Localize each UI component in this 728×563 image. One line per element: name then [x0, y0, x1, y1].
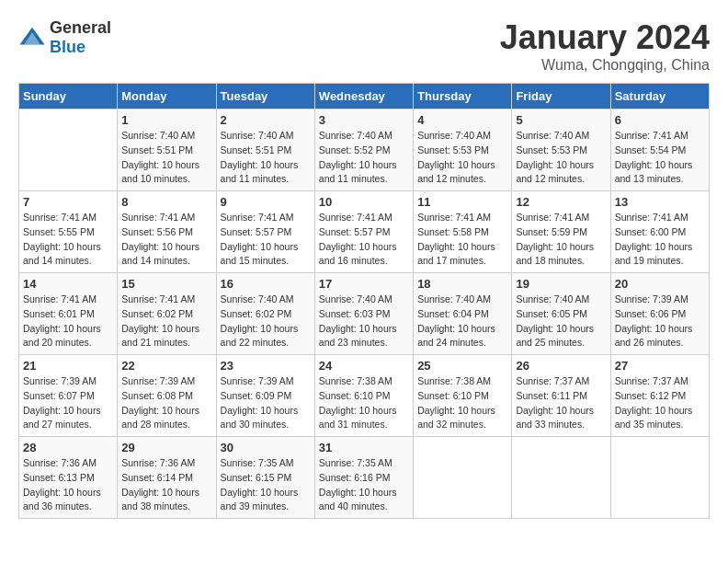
- page-header: General Blue January 2024 Wuma, Chongqin…: [18, 18, 710, 74]
- calendar-cell: 26Sunrise: 7:37 AM Sunset: 6:11 PM Dayli…: [512, 355, 610, 437]
- day-info: Sunrise: 7:40 AM Sunset: 6:05 PM Dayligh…: [516, 293, 606, 350]
- day-number: 5: [516, 113, 606, 127]
- day-number: 25: [417, 359, 507, 373]
- calendar-cell: [414, 437, 512, 519]
- day-info: Sunrise: 7:35 AM Sunset: 6:15 PM Dayligh…: [221, 456, 311, 514]
- calendar-cell: 5Sunrise: 7:40 AM Sunset: 5:53 PM Daylig…: [512, 109, 610, 191]
- day-number: 13: [615, 195, 705, 209]
- calendar-cell: 8Sunrise: 7:41 AM Sunset: 5:56 PM Daylig…: [118, 191, 216, 273]
- calendar-cell: 7Sunrise: 7:41 AM Sunset: 5:55 PM Daylig…: [19, 191, 118, 273]
- header-wednesday: Wednesday: [314, 84, 413, 109]
- calendar-cell: 29Sunrise: 7:36 AM Sunset: 6:14 PM Dayli…: [118, 437, 216, 519]
- day-info: Sunrise: 7:36 AM Sunset: 6:13 PM Dayligh…: [23, 456, 113, 514]
- day-info: Sunrise: 7:41 AM Sunset: 5:55 PM Dayligh…: [23, 211, 113, 269]
- logo-blue: Blue: [50, 38, 85, 56]
- calendar-cell: 30Sunrise: 7:35 AM Sunset: 6:15 PM Dayli…: [216, 437, 314, 519]
- calendar-cell: 16Sunrise: 7:40 AM Sunset: 6:02 PM Dayli…: [216, 273, 314, 355]
- day-info: Sunrise: 7:41 AM Sunset: 5:58 PM Dayligh…: [417, 211, 507, 269]
- calendar-cell: [610, 437, 709, 519]
- day-number: 11: [417, 195, 507, 209]
- day-info: Sunrise: 7:41 AM Sunset: 5:56 PM Dayligh…: [121, 211, 211, 269]
- day-info: Sunrise: 7:41 AM Sunset: 5:54 PM Dayligh…: [615, 129, 705, 187]
- header-friday: Friday: [512, 84, 610, 109]
- day-number: 12: [516, 195, 606, 209]
- day-number: 28: [23, 441, 113, 454]
- day-number: 2: [221, 113, 311, 127]
- day-number: 30: [221, 441, 311, 454]
- day-number: 17: [319, 277, 409, 291]
- calendar-cell: 12Sunrise: 7:41 AM Sunset: 5:59 PM Dayli…: [512, 191, 610, 273]
- day-info: Sunrise: 7:40 AM Sunset: 5:53 PM Dayligh…: [417, 129, 507, 187]
- calendar-cell: [19, 109, 118, 191]
- day-info: Sunrise: 7:35 AM Sunset: 6:16 PM Dayligh…: [319, 456, 409, 514]
- day-number: 10: [319, 195, 409, 209]
- day-number: 14: [23, 277, 113, 291]
- day-info: Sunrise: 7:40 AM Sunset: 6:03 PM Dayligh…: [319, 293, 409, 350]
- day-info: Sunrise: 7:36 AM Sunset: 6:14 PM Dayligh…: [121, 456, 211, 514]
- calendar-cell: 23Sunrise: 7:39 AM Sunset: 6:09 PM Dayli…: [216, 355, 314, 437]
- day-number: 26: [516, 359, 606, 373]
- calendar-week-3: 14Sunrise: 7:41 AM Sunset: 6:01 PM Dayli…: [19, 273, 710, 355]
- day-number: 21: [23, 359, 113, 373]
- calendar-cell: 22Sunrise: 7:39 AM Sunset: 6:08 PM Dayli…: [118, 355, 216, 437]
- day-info: Sunrise: 7:38 AM Sunset: 6:10 PM Dayligh…: [319, 374, 409, 432]
- day-info: Sunrise: 7:40 AM Sunset: 5:51 PM Dayligh…: [221, 129, 311, 187]
- title-block: January 2024 Wuma, Chongqing, China: [500, 18, 710, 74]
- calendar-cell: 28Sunrise: 7:36 AM Sunset: 6:13 PM Dayli…: [19, 437, 118, 519]
- day-number: 9: [221, 195, 311, 209]
- calendar-cell: 11Sunrise: 7:41 AM Sunset: 5:58 PM Dayli…: [414, 191, 512, 273]
- header-sunday: Sunday: [19, 84, 118, 109]
- calendar-cell: 6Sunrise: 7:41 AM Sunset: 5:54 PM Daylig…: [610, 109, 709, 191]
- calendar-cell: 3Sunrise: 7:40 AM Sunset: 5:52 PM Daylig…: [314, 109, 413, 191]
- day-number: 22: [121, 359, 211, 373]
- calendar-week-5: 28Sunrise: 7:36 AM Sunset: 6:13 PM Dayli…: [19, 437, 710, 519]
- header-tuesday: Tuesday: [216, 84, 314, 109]
- day-number: 29: [121, 441, 211, 454]
- day-info: Sunrise: 7:39 AM Sunset: 6:06 PM Dayligh…: [615, 293, 705, 350]
- day-info: Sunrise: 7:38 AM Sunset: 6:10 PM Dayligh…: [417, 374, 507, 432]
- day-info: Sunrise: 7:41 AM Sunset: 5:59 PM Dayligh…: [516, 211, 606, 269]
- location-title: Wuma, Chongqing, China: [500, 57, 710, 74]
- day-number: 24: [319, 359, 409, 373]
- header-saturday: Saturday: [610, 84, 709, 109]
- day-number: 3: [319, 113, 409, 127]
- day-number: 16: [221, 277, 311, 291]
- day-number: 15: [121, 277, 211, 291]
- day-info: Sunrise: 7:37 AM Sunset: 6:12 PM Dayligh…: [615, 374, 705, 432]
- calendar-cell: 31Sunrise: 7:35 AM Sunset: 6:16 PM Dayli…: [314, 437, 413, 519]
- day-number: 31: [319, 441, 409, 454]
- day-info: Sunrise: 7:40 AM Sunset: 6:02 PM Dayligh…: [221, 293, 311, 350]
- logo: General Blue: [18, 18, 111, 57]
- day-info: Sunrise: 7:37 AM Sunset: 6:11 PM Dayligh…: [516, 374, 606, 432]
- calendar-cell: [512, 437, 610, 519]
- calendar-week-4: 21Sunrise: 7:39 AM Sunset: 6:07 PM Dayli…: [19, 355, 710, 437]
- month-title: January 2024: [500, 18, 710, 57]
- day-info: Sunrise: 7:39 AM Sunset: 6:07 PM Dayligh…: [23, 374, 113, 432]
- calendar-cell: 10Sunrise: 7:41 AM Sunset: 5:57 PM Dayli…: [314, 191, 413, 273]
- day-info: Sunrise: 7:41 AM Sunset: 5:57 PM Dayligh…: [319, 211, 409, 269]
- calendar-cell: 17Sunrise: 7:40 AM Sunset: 6:03 PM Dayli…: [314, 273, 413, 355]
- calendar-cell: 15Sunrise: 7:41 AM Sunset: 6:02 PM Dayli…: [118, 273, 216, 355]
- calendar-cell: 13Sunrise: 7:41 AM Sunset: 6:00 PM Dayli…: [610, 191, 709, 273]
- day-info: Sunrise: 7:40 AM Sunset: 6:04 PM Dayligh…: [417, 293, 507, 350]
- calendar-week-2: 7Sunrise: 7:41 AM Sunset: 5:55 PM Daylig…: [19, 191, 710, 273]
- day-number: 23: [221, 359, 311, 373]
- day-info: Sunrise: 7:41 AM Sunset: 6:02 PM Dayligh…: [121, 293, 211, 350]
- calendar-table: SundayMondayTuesdayWednesdayThursdayFrid…: [18, 83, 710, 519]
- header-monday: Monday: [118, 84, 216, 109]
- day-number: 6: [615, 113, 705, 127]
- calendar-cell: 18Sunrise: 7:40 AM Sunset: 6:04 PM Dayli…: [414, 273, 512, 355]
- day-number: 18: [417, 277, 507, 291]
- calendar-cell: 27Sunrise: 7:37 AM Sunset: 6:12 PM Dayli…: [610, 355, 709, 437]
- day-info: Sunrise: 7:40 AM Sunset: 5:53 PM Dayligh…: [516, 129, 606, 187]
- day-number: 19: [516, 277, 606, 291]
- calendar-cell: 24Sunrise: 7:38 AM Sunset: 6:10 PM Dayli…: [314, 355, 413, 437]
- calendar-header-row: SundayMondayTuesdayWednesdayThursdayFrid…: [19, 84, 710, 109]
- day-info: Sunrise: 7:41 AM Sunset: 6:00 PM Dayligh…: [615, 211, 705, 269]
- calendar-cell: 25Sunrise: 7:38 AM Sunset: 6:10 PM Dayli…: [414, 355, 512, 437]
- calendar-cell: 14Sunrise: 7:41 AM Sunset: 6:01 PM Dayli…: [19, 273, 118, 355]
- calendar-cell: 1Sunrise: 7:40 AM Sunset: 5:51 PM Daylig…: [118, 109, 216, 191]
- day-info: Sunrise: 7:40 AM Sunset: 5:51 PM Dayligh…: [121, 129, 211, 187]
- calendar-cell: 21Sunrise: 7:39 AM Sunset: 6:07 PM Dayli…: [19, 355, 118, 437]
- header-thursday: Thursday: [414, 84, 512, 109]
